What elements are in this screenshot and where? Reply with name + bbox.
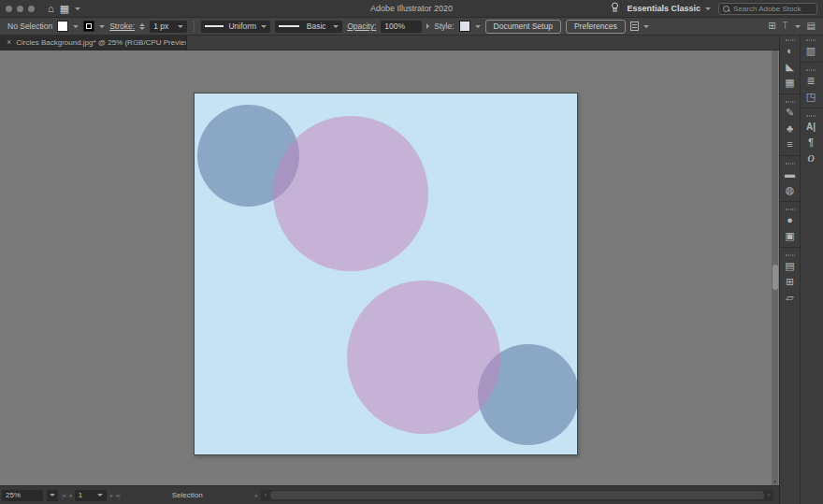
brush-definition-dropdown[interactable]: Basic (275, 21, 342, 33)
asset-export-icon[interactable]: ▱ (782, 290, 799, 306)
appearance-icon[interactable]: ● (782, 212, 799, 228)
brush-preview (279, 25, 299, 27)
artboard[interactable] (194, 93, 578, 455)
horizontal-scrollbar[interactable]: ‹ › (261, 490, 773, 501)
stroke-weight-field[interactable]: 1 px (150, 21, 187, 33)
arrange-documents-icon[interactable]: ▦ (60, 4, 69, 14)
panel-group-grip[interactable] (806, 115, 816, 117)
close-window-button[interactable] (6, 6, 12, 12)
scroll-down-arrow-icon[interactable]: ▾ (772, 479, 778, 484)
zoom-level-field[interactable]: 25% (2, 490, 43, 501)
discover-lightbulb-icon[interactable] (611, 0, 619, 17)
panel-group-grip[interactable] (786, 209, 795, 210)
fill-chevron-icon[interactable] (73, 25, 79, 28)
stroke-chevron-icon[interactable] (99, 25, 105, 28)
panel-group-grip[interactable] (806, 39, 816, 41)
minimize-window-button[interactable] (17, 6, 23, 12)
color-icon[interactable]: ◐ (782, 43, 799, 59)
next-artboard-button[interactable]: ▸ (110, 492, 113, 498)
panel-group-divider (780, 94, 800, 94)
panel-group-grip[interactable] (786, 163, 795, 165)
panel-group-grip[interactable] (786, 39, 795, 41)
transparency-icon[interactable]: ◍ (782, 182, 799, 198)
panel-group-grip[interactable] (786, 101, 795, 103)
fill-swatch[interactable] (57, 21, 68, 32)
search-icon (723, 6, 729, 12)
panel-group-divider (780, 155, 800, 156)
zoom-window-button[interactable] (28, 6, 35, 12)
previous-artboard-button[interactable]: ◂ (68, 492, 71, 498)
panel-dock-column-2: ▥≣◳A|¶O (801, 36, 821, 504)
arrange-documents-chevron-icon[interactable] (75, 7, 80, 10)
document-tab-title: Circles Background.jpg* @ 25% (RGB/CPU P… (16, 38, 187, 47)
stroke-icon[interactable]: ≡ (782, 137, 799, 152)
collapse-panels-icon[interactable]: ⊞ (768, 22, 775, 31)
character-icon[interactable]: A| (802, 119, 819, 135)
selection-status: No Selection (7, 22, 52, 31)
opentype-icon[interactable]: O (802, 151, 819, 166)
panel-options-icon[interactable] (630, 22, 639, 31)
title-bar: ⌂ ▦ Adobe Illustrator 2020 Essentials Cl… (0, 0, 823, 18)
first-artboard-button[interactable]: |◂ (62, 492, 65, 498)
control-bar: No Selection Stroke: 1 px Uniform Basic … (0, 18, 823, 36)
canvas-pasteboard[interactable]: ▾ (0, 50, 779, 485)
swatches-icon[interactable]: ▦ (782, 75, 799, 91)
panel-group-divider (780, 247, 800, 248)
current-tool-status: Selection (172, 491, 203, 499)
layers-icon[interactable]: ▤ (782, 258, 799, 274)
libraries-icon[interactable]: ▥ (802, 43, 819, 59)
width-profile-dropdown[interactable]: Uniform (201, 21, 270, 33)
document-tab[interactable]: × Circles Background.jpg* @ 25% (RGB/CPU… (0, 36, 187, 50)
window-controls (6, 6, 35, 12)
transform-icon[interactable]: ◳ (802, 89, 819, 105)
opacity-menu-arrow-icon[interactable] (426, 23, 429, 29)
color-guide-icon[interactable]: ◣ (782, 59, 799, 75)
artboards-icon[interactable]: ⊞ (782, 274, 799, 290)
last-artboard-button[interactable]: ▸| (116, 492, 119, 498)
style-chevron-icon[interactable] (475, 25, 481, 28)
panel-list-icon[interactable]: ▤ (807, 22, 816, 31)
artboard-number-field[interactable]: 1 (75, 490, 107, 501)
vertical-scrollbar-thumb[interactable] (772, 265, 778, 290)
align-icon[interactable]: ≣ (802, 73, 819, 89)
home-icon[interactable]: ⌂ (48, 4, 54, 14)
purple-circle-bottom[interactable] (347, 281, 500, 434)
divider (194, 21, 195, 32)
dock-panel-icon[interactable]: ⟙ (783, 22, 788, 31)
preferences-button[interactable]: Preferences (566, 20, 626, 34)
stock-search-input[interactable]: Search Adobe Stock (718, 3, 817, 15)
opacity-panel-link[interactable]: Opacity: (347, 22, 376, 31)
scroll-right-arrow-icon[interactable]: › (764, 490, 773, 501)
close-tab-icon[interactable]: × (7, 38, 11, 47)
dock-chevron-icon[interactable] (795, 25, 801, 28)
stroke-swatch[interactable] (83, 21, 94, 32)
horizontal-scrollbar-thumb[interactable] (270, 491, 764, 499)
style-label: Style: (434, 22, 454, 31)
style-swatch[interactable] (459, 21, 470, 32)
brushes-icon[interactable]: ✎ (782, 105, 799, 121)
opacity-field[interactable]: 100% (381, 21, 422, 33)
stroke-weight-stepper[interactable] (139, 23, 145, 30)
graphic-styles-icon[interactable]: ▣ (782, 228, 799, 244)
purple-circle-top[interactable] (273, 116, 428, 271)
panel-options-chevron-icon[interactable] (643, 25, 649, 28)
status-bar: 25% |◂ ◂ 1 ▸ ▸| Selection ▸ ‹ › (0, 485, 779, 504)
document-tab-bar: × Circles Background.jpg* @ 25% (RGB/CPU… (0, 36, 779, 50)
brush-chevron-icon (333, 25, 339, 28)
gradient-icon[interactable]: ▬ (782, 166, 799, 182)
panel-group-grip[interactable] (806, 69, 816, 71)
symbols-icon[interactable]: ♣ (782, 121, 799, 137)
status-menu-arrow-icon[interactable]: ▸ (255, 492, 258, 498)
illustrator-window: ⌂ ▦ Adobe Illustrator 2020 Essentials Cl… (0, 0, 823, 504)
vertical-scrollbar[interactable]: ▾ (772, 50, 778, 485)
panel-group-grip[interactable] (786, 254, 795, 256)
zoom-chevron-icon[interactable] (47, 490, 58, 501)
workspace-switcher[interactable]: Essentials Classic (627, 4, 711, 13)
stroke-panel-link[interactable]: Stroke: (109, 22, 135, 31)
panel-group-divider (801, 62, 821, 63)
stroke-weight-chevron-icon (178, 25, 183, 28)
document-setup-button[interactable]: Document Setup (485, 20, 561, 34)
workspace-label: Essentials Classic (627, 4, 700, 13)
paragraph-icon[interactable]: ¶ (802, 135, 819, 151)
scroll-left-arrow-icon[interactable]: ‹ (261, 490, 270, 501)
